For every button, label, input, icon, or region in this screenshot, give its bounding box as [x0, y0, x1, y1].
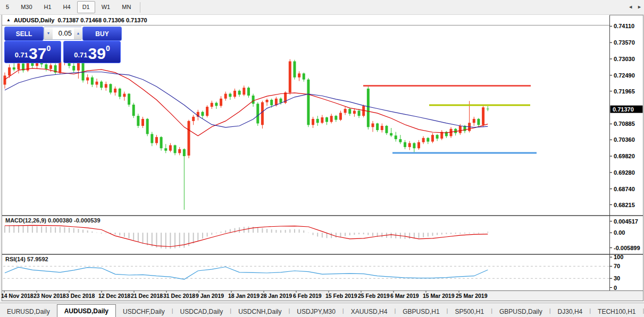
timeframe-button-5[interactable]: 5: [1, 1, 14, 13]
chart-tab-usdcnh-daily[interactable]: USDCNH,Daily: [231, 306, 288, 317]
date-axis-label: 21 Dec 2018: [131, 293, 163, 299]
candle: [72, 66, 75, 71]
candle: [298, 73, 300, 77]
candle: [436, 135, 439, 139]
candle: [188, 121, 190, 156]
candle: [229, 94, 231, 97]
candle: [293, 62, 296, 78]
candle: [17, 64, 20, 70]
timeframe-button-MN[interactable]: MN: [116, 1, 136, 13]
candle: [128, 94, 130, 105]
price-axis-label: 0.72490: [614, 72, 635, 79]
candle: [109, 84, 112, 92]
chart-tab-gbpusd-h1[interactable]: GBPUSD,H1: [396, 306, 446, 317]
date-axis-label: 15 Feb 2019: [325, 293, 357, 299]
sell-price-display[interactable]: 0.71 37 0: [4, 41, 61, 63]
buy-price-pips: 39: [88, 46, 106, 61]
timeframe-button-D1[interactable]: D1: [77, 1, 95, 13]
candle: [358, 110, 361, 116]
date-axis-label: 6 Mar 2019: [390, 293, 419, 299]
chart-tab-dj30-h4[interactable]: DJ30,H4: [551, 306, 590, 317]
chart-tab-eurusd-daily[interactable]: EURUSD,Daily: [0, 306, 57, 317]
price-axis-label: 0.74110: [614, 23, 634, 29]
buy-button[interactable]: BUY: [82, 27, 122, 41]
candle: [220, 99, 222, 106]
candle: [422, 138, 425, 142]
volume-input[interactable]: [53, 27, 74, 39]
chart-tab-sp500-h1[interactable]: SP500,H1: [448, 306, 491, 317]
chart-tab-gbpusd-daily[interactable]: GBPUSD,Daily: [492, 306, 549, 317]
volume-increase-icon[interactable]: ▲: [74, 27, 82, 39]
price-axis-label: 0.70885: [614, 121, 635, 127]
candle: [408, 143, 411, 147]
candle: [247, 88, 250, 96]
date-axis: 14 Nov 201823 Nov 20183 Dec 201812 Dec 2…: [1, 291, 488, 299]
candle: [312, 119, 314, 125]
candle: [381, 126, 383, 130]
candle: [339, 113, 342, 119]
rsi-axis-label: 70: [614, 263, 620, 269]
date-axis-label: 28 Jan 2019: [261, 293, 292, 299]
candle: [252, 96, 255, 104]
candle: [376, 123, 379, 130]
tab-scroll-right-icon[interactable]: ►: [637, 4, 642, 10]
candle: [100, 82, 103, 88]
price-axis-label: 0.73030: [614, 56, 635, 62]
candle: [201, 112, 204, 116]
timeframe-button-H1[interactable]: H1: [39, 1, 57, 13]
chart-title: AUDUSD,Daily: [14, 17, 54, 23]
current-price-label: 0.71370: [613, 106, 634, 113]
candle: [242, 88, 245, 95]
date-axis-label: 9 Jan 2019: [196, 293, 224, 299]
price-axis-label: 0.71965: [614, 88, 635, 95]
candle: [178, 149, 181, 153]
rsi-axis-label: 0: [614, 285, 617, 291]
candle: [211, 103, 213, 107]
chart-tab-usdjpy-m30[interactable]: USDJPY,M30: [290, 306, 342, 317]
candle: [169, 145, 172, 151]
buy-price-display[interactable]: 0.71 39 0: [63, 41, 121, 63]
candle: [385, 126, 388, 133]
chart-tab-usdcad-daily[interactable]: USDCAD,Daily: [173, 306, 230, 317]
candle: [86, 78, 89, 81]
chart-title-row: ▲AUDUSD,Daily 0.71387 0.71468 0.71306 0.…: [2, 15, 609, 25]
macd-axis-label: -0.005899: [614, 245, 640, 251]
candle: [325, 117, 328, 122]
chart-tab-audusd-daily[interactable]: AUDUSD,Daily: [57, 304, 116, 317]
sell-button[interactable]: SELL: [4, 27, 44, 41]
candle: [45, 64, 47, 69]
candle: [261, 102, 264, 125]
volume-decrease-icon[interactable]: ▼: [44, 27, 53, 39]
date-axis-label: 23 Nov 2018: [34, 293, 66, 299]
candle: [399, 139, 402, 142]
tab-scroll-left-icon[interactable]: ◄: [628, 4, 633, 10]
price-axis-label: 0.70360: [614, 136, 635, 143]
candle: [372, 123, 374, 127]
sell-price-pips: 37: [29, 46, 46, 61]
candle: [150, 134, 153, 143]
chart-tab-xauusd-h4[interactable]: XAUUSD,H4: [344, 306, 395, 317]
candle: [330, 116, 333, 122]
candle: [132, 105, 135, 116]
collapse-icon[interactable]: ▲: [6, 18, 11, 22]
candle: [82, 61, 85, 81]
candle: [215, 103, 218, 106]
candle: [353, 110, 356, 114]
price-axis-label: 0.69280: [614, 169, 635, 176]
candle: [13, 67, 15, 70]
chart-tab-usdchf-daily[interactable]: USDCHF,Daily: [116, 306, 172, 317]
timeframe-button-W1[interactable]: W1: [96, 1, 116, 13]
candle: [224, 94, 227, 99]
candle: [96, 82, 98, 85]
timeframe-button-M30[interactable]: M30: [15, 1, 37, 13]
price-axis-label: 0.68215: [614, 202, 635, 208]
macd-indicator-label: MACD(12,26,9) 0.000380 -0.000539: [5, 217, 101, 224]
chart-tab-tech100-h1[interactable]: TECH100,H1: [591, 306, 642, 317]
candle: [256, 104, 259, 123]
timeframe-button-H4[interactable]: H4: [58, 1, 76, 13]
timeframe-toolbar: 5M30H1H4D1W1MN: [0, 0, 644, 15]
candle: [160, 137, 163, 148]
candle: [390, 133, 392, 136]
candle: [238, 91, 241, 95]
date-axis-label: 3 Dec 2018: [66, 293, 95, 299]
